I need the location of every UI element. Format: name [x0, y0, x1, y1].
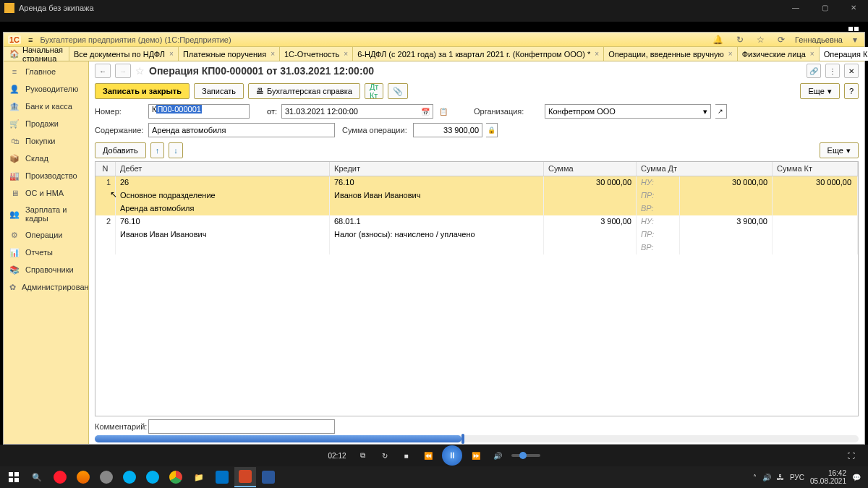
tray-volume-icon[interactable]: 🔊	[762, 474, 771, 481]
sidebar-item-catalogs[interactable]: 📚Справочники	[4, 261, 88, 278]
sync-icon[interactable]: ⟳	[775, 35, 788, 45]
close-icon[interactable]: ×	[595, 50, 599, 58]
close-icon[interactable]: ×	[344, 50, 348, 58]
powerpoint-icon[interactable]	[234, 467, 256, 487]
start-button[interactable]	[3, 467, 25, 487]
tab-6ndfl[interactable]: 6-НДФЛ (с 2021 года) за 1 квартал 2021 г…	[353, 47, 604, 61]
user-dropdown-icon[interactable]: ▾	[850, 35, 860, 45]
sidebar-item-purchases[interactable]: 🛍Покупки	[4, 132, 88, 150]
firefox-icon[interactable]	[72, 467, 94, 487]
comment-input[interactable]	[148, 419, 335, 434]
lock-icon[interactable]: 🔒	[486, 123, 498, 137]
sum-input[interactable]	[413, 123, 482, 137]
dt-kt-button[interactable]: ДтКт	[365, 83, 384, 99]
sidebar-item-reports[interactable]: 📊Отчеты	[4, 244, 88, 261]
table-row[interactable]: 1 26 76.10 30 000,00 НУ: 30 000,00 30 00…	[95, 176, 858, 215]
loop-button[interactable]: ↻	[377, 448, 393, 463]
system-tray[interactable]: ˄ 🔊 🖧 РУС 16:42 05.08.2021 💬	[753, 469, 865, 485]
skype-icon[interactable]	[119, 467, 140, 487]
favorite-button[interactable]: ☆	[135, 65, 145, 77]
tray-network-icon[interactable]: 🖧	[777, 474, 784, 481]
link-button[interactable]: 🔗	[807, 64, 821, 78]
attach-button[interactable]: 📎	[388, 83, 408, 99]
explorer-icon[interactable]: 📁	[188, 467, 210, 487]
add-button[interactable]: Добавить	[95, 142, 146, 158]
app-icon[interactable]	[95, 467, 117, 487]
chevron-down-icon[interactable]: ▾	[703, 107, 707, 116]
tab-persons[interactable]: Физические лица×	[738, 47, 820, 61]
save-button[interactable]: Записать	[194, 83, 244, 99]
panel-close-button[interactable]: ✕	[844, 64, 859, 78]
monitor-icon: 🖥	[9, 188, 20, 198]
svg-rect-6	[9, 478, 13, 482]
entries-grid[interactable]: N Дебет Кредит Сумма Сумма Дт Сумма Кт 1…	[95, 161, 859, 416]
tab-ndfl-docs[interactable]: Все документы по НДФЛ×	[69, 47, 179, 61]
org-select[interactable]: Конфетпром ООО▾	[545, 104, 711, 119]
minimize-button[interactable]: —	[781, 0, 810, 14]
tray-notification-icon[interactable]: 💬	[852, 474, 861, 481]
content-input[interactable]	[148, 123, 335, 137]
word-icon[interactable]	[258, 467, 279, 487]
rewind-button[interactable]: ⏪	[420, 448, 436, 463]
sidebar-item-bank[interactable]: 🏦Банк и касса	[4, 98, 88, 115]
tab-1c-report[interactable]: 1С-Отчетность×	[280, 47, 353, 61]
back-button[interactable]: ←	[95, 64, 111, 78]
tray-clock[interactable]: 16:42 05.08.2021	[810, 469, 846, 485]
main-panel: ← → ☆ Операция КП00-000001 от 31.03.2021…	[89, 61, 864, 444]
move-up-button[interactable]: ↑	[150, 142, 165, 158]
volume-button[interactable]: 🔊	[490, 448, 506, 463]
sidebar-item-operations[interactable]: ⚙Операции	[4, 226, 88, 244]
save-close-button[interactable]: Записать и закрыть	[95, 83, 190, 99]
date-input[interactable]: 31.03.2021 12:00:00📅	[281, 104, 433, 119]
play-pause-button[interactable]: ⏸	[442, 445, 462, 466]
skype2-icon[interactable]	[142, 467, 163, 487]
star-icon[interactable]: ☆	[754, 35, 767, 45]
calendar-ext-icon[interactable]: 📋	[439, 108, 448, 116]
sidebar-item-assets[interactable]: 🖥ОС и НМА	[4, 184, 88, 202]
bell-icon[interactable]: 🔔	[710, 35, 726, 45]
sidebar-item-admin[interactable]: ✿Администрирование	[4, 278, 88, 296]
stop-button[interactable]: ■	[399, 448, 414, 463]
user-name[interactable]: Геннадьевна	[795, 35, 843, 44]
sidebar-item-production[interactable]: 🏭Производство	[4, 167, 88, 184]
opera-icon[interactable]	[49, 467, 71, 487]
org-open-button[interactable]: ↗	[715, 104, 727, 119]
tab-operation[interactable]: Операция КП00-000001 от 31.03.2021 12:00…	[820, 47, 868, 61]
search-button[interactable]: 🔍	[26, 467, 48, 487]
menu-icon[interactable]: ≡	[28, 35, 33, 44]
close-icon[interactable]: ×	[271, 50, 275, 58]
sidebar-item-warehouse[interactable]: 📦Склад	[4, 150, 88, 167]
history-icon[interactable]: ↻	[733, 35, 746, 45]
tab-manual-ops[interactable]: Операции, введенные вручную×	[604, 47, 738, 61]
sidebar-item-salary[interactable]: 👥Зарплата и кадры	[4, 202, 88, 226]
maximize-button[interactable]: ▢	[810, 0, 839, 14]
close-button[interactable]: ✕	[839, 0, 868, 14]
tab-payments[interactable]: Платежные поручения×	[179, 47, 280, 61]
tray-lang[interactable]: РУС	[790, 474, 804, 481]
close-icon[interactable]: ×	[728, 50, 733, 58]
chrome-icon[interactable]	[165, 467, 187, 487]
volume-slider[interactable]	[511, 454, 540, 457]
tray-chevron-icon[interactable]: ˄	[753, 474, 757, 481]
sidebar-item-manager[interactable]: 👤Руководителю	[4, 80, 88, 98]
close-icon[interactable]: ×	[810, 50, 814, 58]
more-button[interactable]: Еще ▾	[800, 83, 839, 99]
forward-button[interactable]: ⏩	[468, 448, 484, 463]
tab-home[interactable]: 🏠 Начальная страница	[4, 47, 69, 61]
acc-note-button[interactable]: 🖶Бухгалтерская справка	[248, 83, 360, 99]
list-more-button[interactable]: Еще ▾	[820, 142, 859, 158]
table-row[interactable]: 2 76.10 68.01.1 3 900,00 НУ: 3 900,00 Ив…	[95, 215, 858, 254]
move-down-button[interactable]: ↓	[169, 142, 183, 158]
sidebar-item-sales[interactable]: 🛒Продажи	[4, 115, 88, 132]
sidebar-item-main[interactable]: ≡Главное	[4, 63, 88, 80]
forward-button[interactable]: →	[115, 64, 131, 78]
help-button[interactable]: ?	[844, 83, 859, 99]
calendar-icon[interactable]: 📅	[421, 108, 430, 116]
fullscreen-button[interactable]: ⛶	[843, 448, 859, 463]
number-input[interactable]: КП00-000001	[148, 104, 250, 119]
outlook-icon[interactable]	[211, 467, 233, 487]
screenshot-button[interactable]: ⧉	[355, 448, 371, 463]
horizontal-scrollbar[interactable]	[95, 435, 859, 442]
close-icon[interactable]: ×	[169, 50, 174, 58]
menu-dots-button[interactable]: ⋮	[825, 64, 840, 78]
